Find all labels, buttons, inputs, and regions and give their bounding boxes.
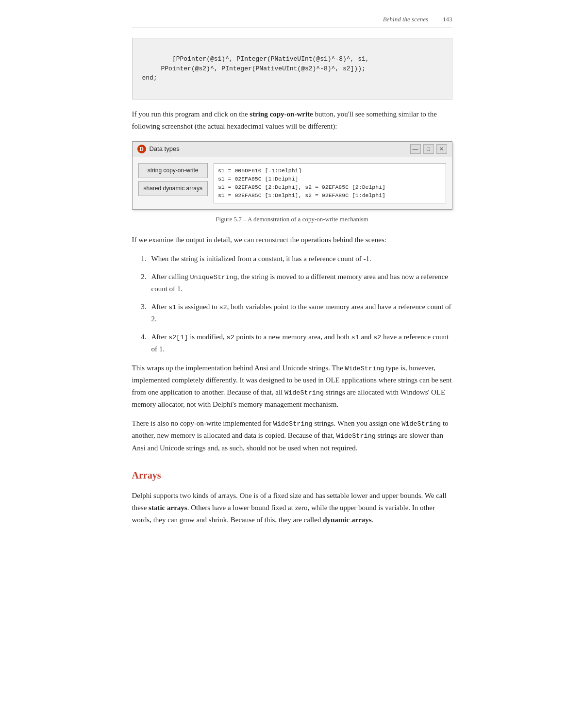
code-s2idx: s2[1]	[168, 334, 188, 341]
dialog-app-icon: D	[137, 145, 146, 153]
maximize-button[interactable]: □	[423, 144, 434, 154]
list-item-1: 1. When the string is initialized from a…	[132, 253, 452, 265]
widestring-para1: This wraps up the implementation behind …	[132, 362, 452, 411]
close-button[interactable]: ×	[436, 144, 447, 154]
string-copy-on-write-button[interactable]: string copy-on-write	[138, 163, 208, 178]
bold-dynamic-arrays: dynamic arrays	[323, 516, 371, 524]
dialog-title-left: D Data types	[137, 144, 180, 154]
bold-static-arrays: static arrays	[149, 504, 187, 512]
list-content-3: After s1 is assigned to s2, both variabl…	[151, 301, 452, 325]
shared-dynamic-arrays-button[interactable]: shared dynamic arrays	[138, 181, 208, 196]
output-line-4: s1 = 02EFA85C [1:Delphi], s2 = 02EFA89C …	[218, 191, 442, 199]
dialog-titlebar: D Data types — □ ×	[133, 142, 452, 157]
list-item-3: 3. After s1 is assigned to s2, both vari…	[132, 301, 452, 325]
widestring-para2: There is also no copy-on-write implement…	[132, 417, 452, 454]
examine-paragraph: If we examine the output in detail, we c…	[132, 234, 452, 246]
list-item-2: 2. After calling UniqueString, the strin…	[132, 271, 452, 295]
dialog-controls[interactable]: — □ ×	[410, 144, 447, 154]
code-s2: s2	[219, 304, 227, 311]
list-content-2: After calling UniqueString, the string i…	[151, 271, 452, 295]
header-page-number: 143	[443, 15, 452, 25]
code-s2c: s2	[373, 334, 381, 341]
dialog-button-panel: string copy-on-write shared dynamic arra…	[138, 163, 208, 203]
code-uniquestring: UniqueString	[190, 274, 237, 281]
list-content-1: When the string is initialized from a co…	[151, 253, 452, 265]
header-section: Behind the scenes	[383, 15, 428, 25]
output-line-1: s1 = 005DF610 [-1:Delphi]	[218, 166, 442, 175]
minimize-button[interactable]: —	[410, 144, 421, 154]
list-content-4: After s2[1] is modified, s2 points to a …	[151, 331, 452, 355]
list-num-4: 4.	[132, 331, 147, 355]
list-num-2: 2.	[132, 271, 147, 295]
code-widestring1: WideString	[345, 365, 384, 372]
intro-paragraph: If you run this program and click on the…	[132, 108, 452, 132]
code-s1: s1	[168, 304, 176, 311]
output-line-2: s1 = 02EFA85C [1:Delphi]	[218, 175, 442, 183]
header: Behind the scenes 143	[132, 15, 452, 28]
list-num-1: 1.	[132, 253, 147, 265]
code-widestring5: WideString	[336, 432, 376, 440]
output-line-3: s1 = 02EFA85C [2:Delphi], s2 = 02EFA85C …	[218, 183, 442, 191]
list-item-4: 4. After s2[1] is modified, s2 points to…	[132, 331, 452, 355]
code-s1b: s1	[351, 334, 359, 341]
dialog-output: s1 = 005DF610 [-1:Delphi] s1 = 02EFA85C …	[214, 163, 446, 203]
dialog-title-text: Data types	[150, 144, 180, 154]
figure-caption: Figure 5.7 – A demonstration of a copy-o…	[132, 215, 452, 225]
bold-text: string copy-on-write	[250, 110, 313, 118]
code-s2b: s2	[227, 334, 234, 341]
dialog-body: string copy-on-write shared dynamic arra…	[133, 157, 452, 209]
code-block: [PPointer(@s1)^, PInteger(PNativeUInt(@s…	[132, 38, 452, 100]
code-widestring3: WideString	[273, 420, 313, 428]
arrays-heading: Arrays	[132, 467, 452, 483]
code-widestring4: WideString	[401, 420, 441, 428]
arrays-paragraph: Delphi supports two kinds of arrays. One…	[132, 490, 452, 526]
code-widestring2: WideString	[284, 389, 324, 397]
list-num-3: 3.	[132, 301, 147, 325]
page: Behind the scenes 143 [PPointer(@s1)^, P…	[103, 0, 482, 562]
numbered-list: 1. When the string is initialized from a…	[132, 253, 452, 355]
dialog-window: D Data types — □ × string copy-on-write …	[132, 141, 452, 210]
